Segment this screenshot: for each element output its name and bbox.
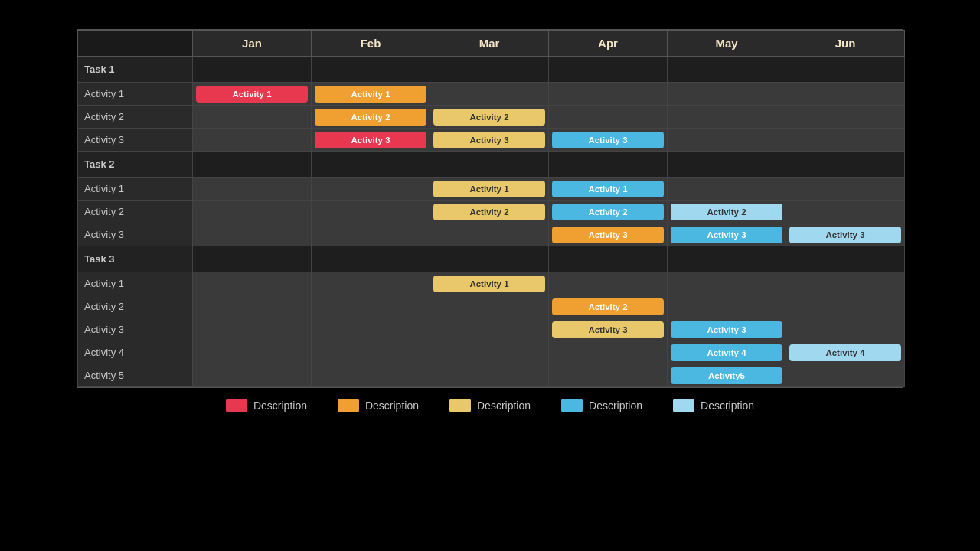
activity-cell-task1-act3-month2: Activity 3: [312, 129, 430, 152]
activity-cell-task2-act2-month6: [786, 201, 905, 223]
task-row-3: Task 3: [78, 246, 905, 272]
activity-cell-task3-act3-month2: [312, 318, 430, 341]
activity-cell-task3-act2-month3: [430, 295, 549, 318]
task-cell-2-month-5: [668, 152, 786, 178]
activity-cell-task3-act3-month4: Activity 3: [549, 318, 668, 341]
activity-row-task3-act3: Activity 3Activity 3Activity 3: [78, 318, 905, 341]
activity-cell-task2-act1-month4: Activity 1: [549, 178, 668, 201]
task-cell-1-month-1: [193, 57, 312, 83]
activity-cell-task2-act3-month5: Activity 3: [668, 223, 786, 246]
activity-label-task3-act3: Activity 3: [78, 318, 193, 341]
activity-cell-task3-act5-month6: [786, 364, 905, 387]
legend-color-4: [561, 399, 583, 412]
bar-task2-act3-month6: Activity 3: [789, 227, 901, 243]
task-cell-1-month-3: [430, 57, 549, 83]
activity-cell-task3-act2-month1: [193, 295, 312, 318]
bar-task2-act2-month3: Activity 2: [433, 204, 545, 220]
activity-cell-task3-act3-month5: Activity 3: [668, 318, 786, 341]
activity-cell-task2-act1-month5: [668, 178, 786, 201]
task-label-3: Task 3: [78, 246, 193, 272]
legend-label-1: Description: [253, 399, 307, 412]
bar-task2-act2-month4: Activity 2: [552, 204, 664, 220]
task-cell-2-month-3: [430, 152, 549, 178]
activity-label-task1-act3: Activity 3: [78, 129, 193, 152]
bar-task3-act4-month6: Activity 4: [789, 344, 901, 361]
activity-cell-task1-act3-month3: Activity 3: [430, 129, 549, 152]
task-cell-1-month-4: [549, 57, 668, 83]
activity-row-task1-act3: Activity 3Activity 3Activity 3Activity 3: [78, 129, 905, 152]
activity-label-task3-act5: Activity 5: [78, 364, 193, 387]
activity-label-task3-act1: Activity 1: [78, 272, 193, 295]
activity-cell-task3-act3-month1: [193, 318, 312, 341]
header-month-jan: Jan: [193, 31, 312, 57]
legend-label-4: Description: [589, 399, 642, 412]
activity-cell-task3-act4-month6: Activity 4: [786, 341, 905, 364]
activity-cell-task1-act1-month6: [786, 83, 905, 106]
task-cell-3-month-3: [430, 246, 549, 272]
bar-task1-act3-month3: Activity 3: [433, 132, 545, 148]
bar-task2-act3-month4: Activity 3: [552, 227, 664, 243]
activity-cell-task1-act2-month5: [668, 106, 786, 129]
legend-item-1: Description: [226, 399, 307, 412]
activity-row-task3-act5: Activity 5Activity5: [78, 364, 905, 387]
legend-label-2: Description: [365, 399, 419, 412]
activity-cell-task3-act2-month4: Activity 2: [549, 295, 668, 318]
task-cell-1-month-6: [786, 57, 905, 83]
legend-item-3: Description: [449, 399, 531, 412]
task-cell-3-month-6: [786, 246, 905, 272]
activity-cell-task3-act1-month5: [668, 272, 786, 295]
activity-cell-task2-act2-month4: Activity 2: [549, 201, 668, 223]
task-cell-1-month-5: [668, 57, 786, 83]
legend: DescriptionDescriptionDescriptionDescrip…: [226, 399, 754, 412]
legend-item-2: Description: [338, 399, 419, 412]
activity-cell-task3-act3-month6: [786, 318, 905, 341]
legend-label-3: Description: [477, 399, 531, 412]
activity-label-task1-act1: Activity 1: [78, 83, 193, 106]
bar-task3-act3-month5: Activity 3: [671, 321, 782, 338]
task-row-2: Task 2: [78, 152, 905, 178]
activity-cell-task1-act2-month2: Activity 2: [312, 106, 430, 129]
bar-task3-act5-month5: Activity5: [671, 367, 782, 384]
bar-task1-act2-month3: Activity 2: [433, 109, 545, 126]
activity-cell-task1-act3-month1: [193, 129, 312, 152]
activity-cell-task1-act3-month6: [786, 129, 905, 152]
activity-cell-task3-act2-month2: [312, 295, 430, 318]
activity-cell-task1-act1-month4: [549, 83, 668, 106]
legend-color-1: [226, 399, 247, 412]
gantt-chart: JanFebMarAprMayJun Task 1Activity 1Activ…: [77, 29, 903, 388]
legend-label-5: Description: [701, 399, 754, 412]
activity-row-task2-act2: Activity 2Activity 2Activity 2Activity 2: [78, 201, 905, 223]
bar-task3-act1-month3: Activity 1: [433, 276, 545, 292]
activity-cell-task2-act3-month3: [430, 223, 549, 246]
activity-label-task2-act3: Activity 3: [78, 223, 193, 246]
header-month-mar: Mar: [430, 31, 549, 57]
activity-cell-task3-act1-month4: [549, 272, 668, 295]
activity-cell-task3-act1-month1: [193, 272, 312, 295]
bar-task3-act2-month4: Activity 2: [552, 298, 664, 315]
activity-cell-task1-act1-month5: [668, 83, 786, 106]
activity-cell-task3-act3-month3: [430, 318, 549, 341]
activity-cell-task3-act4-month5: Activity 4: [668, 341, 786, 364]
activity-cell-task3-act1-month3: Activity 1: [430, 272, 549, 295]
activity-cell-task2-act2-month1: [193, 201, 312, 223]
task-cell-3-month-5: [668, 246, 786, 272]
task-cell-1-month-2: [312, 57, 430, 83]
activity-row-task3-act4: Activity 4Activity 4Activity 4: [78, 341, 905, 364]
activity-row-task2-act1: Activity 1Activity 1Activity 1: [78, 178, 905, 201]
activity-cell-task1-act2-month4: [549, 106, 668, 129]
task-row-1: Task 1: [78, 57, 905, 83]
activity-cell-task2-act3-month1: [193, 223, 312, 246]
header-label: [78, 31, 193, 57]
task-cell-2-month-1: [193, 152, 312, 178]
activity-cell-task3-act1-month2: [312, 272, 430, 295]
activity-cell-task2-act2-month5: Activity 2: [668, 201, 786, 223]
activity-cell-task1-act1-month3: [430, 83, 549, 106]
activity-cell-task1-act2-month6: [786, 106, 905, 129]
activity-cell-task2-act1-month2: [312, 178, 430, 201]
legend-item-4: Description: [561, 399, 642, 412]
task-cell-3-month-1: [193, 246, 312, 272]
legend-color-5: [673, 399, 694, 412]
bar-task2-act2-month5: Activity 2: [671, 204, 782, 220]
activity-cell-task3-act5-month5: Activity5: [668, 364, 786, 387]
bar-task3-act4-month5: Activity 4: [671, 344, 782, 361]
